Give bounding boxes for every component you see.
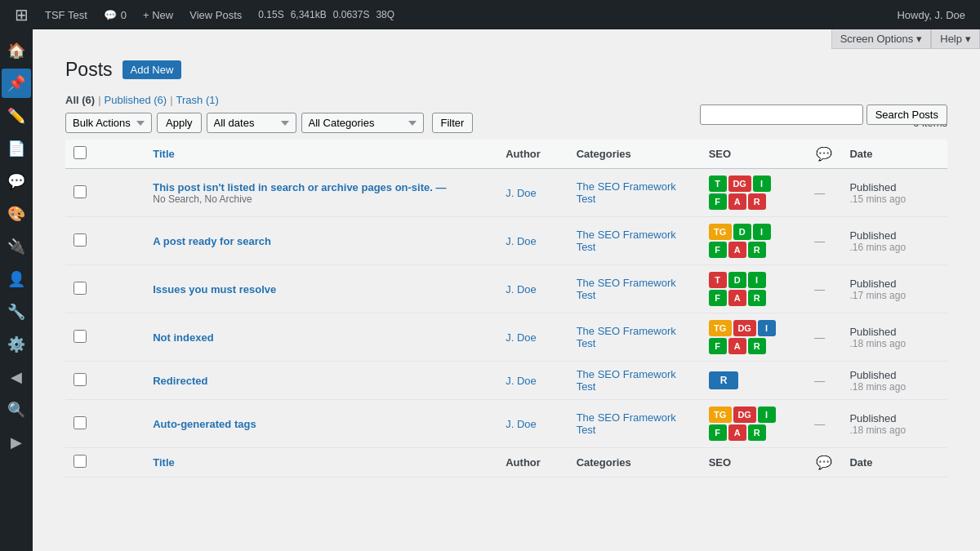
admin-sidebar: 🏠 📌 ✏️ 📄 💬 🎨 🔌 👤 🔧 ⚙️ ◀ 🔍 ▶ xyxy=(0,29,33,551)
comment-cell: — xyxy=(806,313,841,362)
tab-published[interactable]: Published (6) xyxy=(105,94,167,106)
seo-badge-dg: DG xyxy=(733,407,756,423)
title-sort-link[interactable]: Title xyxy=(153,148,175,160)
title-cell: This post isn't listed in search or arch… xyxy=(145,169,497,217)
date-time: .15 mins ago xyxy=(849,193,939,205)
search-input[interactable] xyxy=(700,104,863,125)
comments-link[interactable]: 💬 0 xyxy=(96,0,135,29)
author-link[interactable]: J. Doe xyxy=(506,187,537,199)
categories-header: Categories xyxy=(568,140,701,169)
date-status: Published xyxy=(849,181,939,193)
comment-header: 💬 xyxy=(806,140,841,169)
date-time: .18 mins ago xyxy=(849,381,939,393)
seo-badge-f: F xyxy=(709,424,727,441)
sidebar-item-tools[interactable]: 🔧 xyxy=(2,297,31,327)
date-status: Published xyxy=(849,369,939,381)
seo-badge-i: I xyxy=(758,407,776,423)
date-cell: Published .18 mins ago xyxy=(841,362,947,400)
post-title-link[interactable]: Auto-generated tags xyxy=(153,418,256,430)
sidebar-item-search[interactable]: 🔍 xyxy=(2,395,31,424)
post-title-link[interactable]: Not indexed xyxy=(153,331,213,344)
sidebar-item-home[interactable]: 🏠 xyxy=(2,36,31,65)
date-status: Published xyxy=(849,229,939,242)
sidebar-item-pages[interactable]: 📄 xyxy=(2,134,31,163)
seo-badge-r: R xyxy=(748,242,766,258)
site-name-link[interactable]: TSF Test xyxy=(37,0,96,29)
search-posts-button[interactable]: Search Posts xyxy=(866,104,947,125)
author-link[interactable]: J. Doe xyxy=(506,331,537,344)
sidebar-item-posts[interactable]: ✏️ xyxy=(2,101,31,131)
row-checkbox-cell xyxy=(65,217,145,265)
date-status: Published xyxy=(849,278,939,290)
filter-button[interactable]: Filter xyxy=(432,113,474,133)
footer-title-sort-link[interactable]: Title xyxy=(153,456,175,469)
row-checkbox[interactable] xyxy=(74,233,87,247)
category-cell: The SEO Framework Test xyxy=(568,169,701,217)
comment-cell: — xyxy=(806,169,841,217)
bulk-actions-select[interactable]: Bulk Actions xyxy=(65,113,152,133)
row-checkbox[interactable] xyxy=(74,282,87,295)
author-link[interactable]: J. Doe xyxy=(506,375,537,387)
perf-time: 0.15S xyxy=(258,9,283,20)
title-cell: Issues you must resolve xyxy=(145,265,497,313)
category-link[interactable]: The SEO Framework Test xyxy=(577,411,676,436)
category-cell: The SEO Framework Test xyxy=(568,400,701,448)
wp-logo-icon[interactable]: ⊞ xyxy=(7,5,37,24)
post-title-link[interactable]: A post ready for search xyxy=(153,235,271,247)
tab-trash[interactable]: Trash (1) xyxy=(176,94,219,106)
table-row: This post isn't listed in search or arch… xyxy=(65,169,947,217)
dates-select[interactable]: All dates xyxy=(207,113,296,133)
author-link[interactable]: J. Doe xyxy=(506,235,537,247)
sidebar-item-plugins[interactable]: 🔌 xyxy=(2,232,31,261)
author-cell: J. Doe xyxy=(497,400,568,448)
seo-badge-t: T xyxy=(709,176,727,192)
seo-badges: TG DG I F A R xyxy=(709,320,782,354)
date-time: .16 mins ago xyxy=(849,242,939,253)
footer-comment-th: 💬 xyxy=(806,448,841,478)
view-posts-link[interactable]: View Posts xyxy=(181,0,250,29)
date-time: .18 mins ago xyxy=(849,338,939,349)
author-header: Author xyxy=(497,140,568,169)
screen-options-button[interactable]: Screen Options ▾ xyxy=(831,29,932,49)
add-new-button[interactable]: Add New xyxy=(122,60,182,79)
title-header: Title xyxy=(145,140,497,169)
row-checkbox[interactable] xyxy=(74,416,87,429)
apply-button[interactable]: Apply xyxy=(157,113,202,133)
sidebar-item-appearance[interactable]: 🎨 xyxy=(2,199,31,229)
categories-select[interactable]: All Categories xyxy=(301,113,424,133)
category-link[interactable]: The SEO Framework Test xyxy=(577,277,676,301)
post-title-link[interactable]: Redirected xyxy=(153,375,207,387)
new-content-link[interactable]: + New xyxy=(135,0,181,29)
sidebar-item-pin[interactable]: 📌 xyxy=(2,69,31,98)
post-title-link[interactable]: Issues you must resolve xyxy=(153,283,276,295)
tab-all[interactable]: All (6) xyxy=(65,94,95,106)
category-link[interactable]: The SEO Framework Test xyxy=(577,180,676,205)
table-row: Issues you must resolve J. Doe The SEO F… xyxy=(65,265,947,313)
row-checkbox-cell xyxy=(65,362,145,400)
seo-badge-a: A xyxy=(728,338,746,354)
row-checkbox[interactable] xyxy=(74,185,87,198)
footer-select-all-checkbox[interactable] xyxy=(74,455,87,468)
category-link[interactable]: The SEO Framework Test xyxy=(577,368,676,393)
howdy-user[interactable]: Howdy, J. Doe xyxy=(889,0,973,29)
sidebar-item-play[interactable]: ▶ xyxy=(2,428,31,457)
post-title-link[interactable]: This post isn't listed in search or arch… xyxy=(153,181,446,193)
category-link[interactable]: The SEO Framework Test xyxy=(577,325,676,349)
sidebar-item-settings[interactable]: ⚙️ xyxy=(2,330,31,359)
category-link[interactable]: The SEO Framework Test xyxy=(577,229,676,253)
row-checkbox-cell xyxy=(65,313,145,362)
sidebar-item-comments[interactable]: 💬 xyxy=(2,167,31,196)
row-checkbox[interactable] xyxy=(74,373,87,386)
select-all-checkbox[interactable] xyxy=(74,146,87,159)
author-link[interactable]: J. Doe xyxy=(506,283,537,295)
help-button[interactable]: Help ▾ xyxy=(931,29,980,49)
seo-cell: TG D I F A R xyxy=(701,217,807,265)
title-cell: A post ready for search xyxy=(145,217,497,265)
row-checkbox[interactable] xyxy=(74,330,87,343)
sidebar-item-collapse[interactable]: ◀ xyxy=(2,362,31,392)
author-link[interactable]: J. Doe xyxy=(506,418,537,430)
posts-tbody: This post isn't listed in search or arch… xyxy=(65,169,947,448)
comment-bubble-footer-icon: 💬 xyxy=(816,455,832,469)
sidebar-item-users[interactable]: 👤 xyxy=(2,264,31,294)
perf-seconds: 0.0637S xyxy=(333,9,370,20)
